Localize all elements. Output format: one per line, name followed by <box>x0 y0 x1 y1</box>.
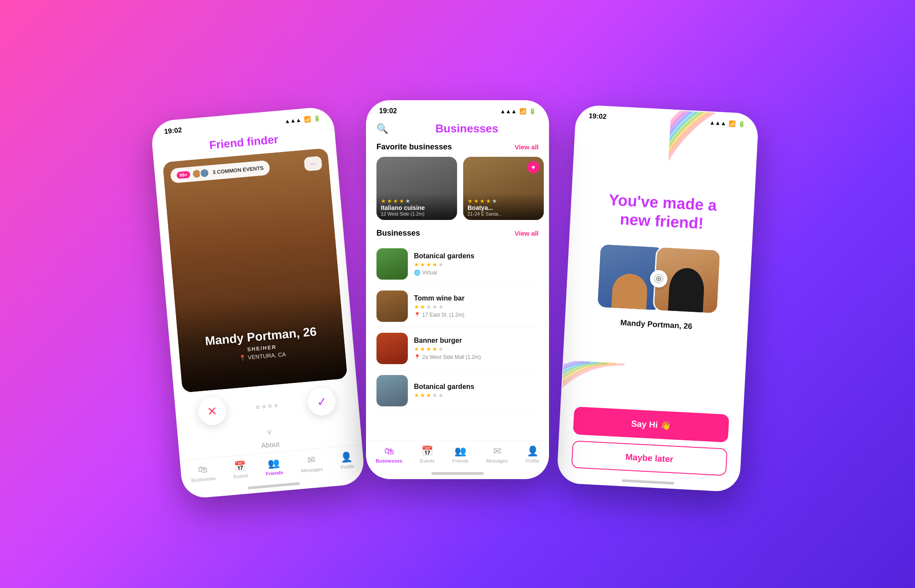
biz-info-3: Banner burger ★★★★★ 📍 2a West Side Mall … <box>414 337 539 360</box>
profile-card: 99+ 3 COMMON EVENTS ··· Mandy Portman, 2… <box>163 148 348 393</box>
nav-label-messages-left: Messages <box>301 466 323 473</box>
location-pin-icon: 📍 <box>239 355 246 362</box>
fav-card-2-stars: ★ ★ ★ ★ ★ <box>468 198 539 204</box>
biz-meta-1: 🌐 Virtual <box>414 270 539 276</box>
badge-text: 3 COMMON EVENTS <box>212 165 264 176</box>
biz-info-1: Botanical gardens ★★★★★ 🌐 Virtual <box>414 252 539 276</box>
biz-name-4: Botanical gardens <box>414 383 539 391</box>
dot-3 <box>268 404 272 408</box>
signal-icon-c: ▲▲▲ <box>500 108 517 115</box>
fav-card-1[interactable]: ★ ★ ★ ★ ★ Italiano cuisine 12 West Side … <box>376 157 457 220</box>
accept-button[interactable]: ✓ <box>306 386 336 416</box>
biz-stars-1: ★★★★★ <box>414 261 539 268</box>
nav-events-left[interactable]: 📅 Events <box>232 460 248 479</box>
businesses-icon-left: 🛍 <box>197 463 208 476</box>
location-pin-icon-3: 📍 <box>414 354 420 360</box>
view-all-businesses[interactable]: View all <box>515 230 539 237</box>
battery-icon: 🔋 <box>313 115 321 122</box>
nav-label-friends-left: Friends <box>266 470 284 476</box>
badge-avatars <box>193 168 210 179</box>
businesses-section-header: Businesses View all <box>367 229 548 243</box>
signal-icon-r: ▲▲▲ <box>709 119 726 126</box>
phone-left: 19:02 ▲▲▲ 📶 🔋 Friend finder 99+ <box>150 106 366 499</box>
events-icon-center: 📅 <box>421 446 433 457</box>
dots-indicator <box>256 404 278 409</box>
profile-icon-center: 👤 <box>527 446 539 457</box>
biz-thumb-2 <box>376 291 408 322</box>
fav-heart-icon: ♥ <box>527 161 539 173</box>
nav-label-events-center: Events <box>420 458 435 463</box>
biz-info-2: Tomm wine bar ★★★★★ 📍 17 East St. (1.2m) <box>414 294 539 318</box>
screen-left: 19:02 ▲▲▲ 📶 🔋 Friend finder 99+ <box>151 107 365 498</box>
biz-name-3: Banner burger <box>414 337 539 345</box>
nav-label-friends-center: Friends <box>452 458 468 463</box>
dot-4 <box>274 404 278 408</box>
dot-1 <box>256 406 260 409</box>
reject-button[interactable]: ✕ <box>197 396 227 426</box>
businesses-icon-center: 🛍 <box>384 446 394 457</box>
screen-right: 19:02 ▲▲▲ 📶 🔋 You've made a new friend! <box>557 105 758 492</box>
fav-card-1-name: Italiano cuisine <box>381 204 453 211</box>
nav-label-profile-left: Profile <box>340 463 354 470</box>
battery-icon-r: 🔋 <box>738 121 746 128</box>
biz-item-3[interactable]: Banner burger ★★★★★ 📍 2a West Side Mall … <box>376 328 539 370</box>
battery-icon-c: 🔋 <box>529 108 536 115</box>
fav-card-2[interactable]: ♥ ★ ★ ★ ★ ★ Boatya... 21-24 E Santa... <box>463 157 544 220</box>
fav-card-2-info: ★ ★ ★ ★ ★ Boatya... 21-24 E Santa... <box>463 193 544 220</box>
more-options-button[interactable]: ··· <box>304 156 322 171</box>
favorite-cards-scroll: ★ ★ ★ ★ ★ Italiano cuisine 12 West Side … <box>367 157 548 229</box>
nav-profile-center[interactable]: 👤 Profile <box>525 446 539 463</box>
time-left: 19:02 <box>164 126 182 135</box>
badge-count: 99+ <box>176 171 190 179</box>
biz-thumb-4 <box>376 375 408 406</box>
biz-meta-2: 📍 17 East St. (1.2m) <box>414 312 539 318</box>
status-bar-center: 19:02 ▲▲▲ 📶 🔋 <box>367 101 548 118</box>
status-icons-right: ▲▲▲ 📶 🔋 <box>709 119 746 127</box>
biz-item-4[interactable]: Botanical gardens ★★★★★ <box>376 370 539 412</box>
maybe-later-button[interactable]: Maybe later <box>571 440 728 476</box>
search-icon[interactable]: 🔍 <box>376 123 388 135</box>
messages-icon-left: ✉ <box>307 454 315 466</box>
biz-meta-3: 📍 2a West Side Mall (1.2m) <box>414 354 539 360</box>
fav-card-2-dist: 21-24 E Santa... <box>468 211 539 216</box>
nav-messages-left[interactable]: ✉ Messages <box>300 454 323 473</box>
nav-label-businesses-left: Businesses <box>191 476 216 483</box>
fav-card-1-dist: 12 West Side (1.2m) <box>381 211 453 216</box>
biz-info-4: Botanical gardens ★★★★★ <box>414 383 539 399</box>
match-content: You've made a new friend! Mandy Po <box>561 123 757 416</box>
phone-right: 19:02 ▲▲▲ 📶 🔋 You've made a new friend! <box>556 105 759 493</box>
match-person-name: Mandy Portman, 26 <box>620 318 692 331</box>
home-indicator-center <box>431 472 484 475</box>
biz-item-2[interactable]: Tomm wine bar ★★★★★ 📍 17 East St. (1.2m) <box>376 285 539 328</box>
fav-card-1-stars: ★ ★ ★ ★ ★ <box>381 198 453 204</box>
businesses-header: 🔍 Businesses <box>367 118 548 142</box>
businesses-title: Businesses <box>395 122 539 135</box>
nav-businesses-center[interactable]: 🛍 Businesses <box>376 446 402 463</box>
nav-friends-center[interactable]: 👥 Friends <box>452 446 468 463</box>
friends-icon-center: 👥 <box>454 446 466 457</box>
mini-avatar-2 <box>199 168 210 179</box>
location-pin-icon-2: 📍 <box>414 312 420 318</box>
biz-thumb-3 <box>376 333 408 364</box>
biz-item-1[interactable]: Botanical gardens ★★★★★ 🌐 Virtual <box>376 243 539 285</box>
match-photos <box>596 243 721 314</box>
nav-messages-center[interactable]: ✉ Messages <box>486 446 508 463</box>
biz-stars-3: ★★★★★ <box>414 346 539 352</box>
view-all-favorites[interactable]: View all <box>515 143 539 151</box>
friends-icon-left: 👥 <box>268 457 280 470</box>
nav-friends-left[interactable]: 👥 Friends <box>264 457 283 476</box>
wifi-icon: 📶 <box>304 115 311 122</box>
favorite-section-header: Favorite businesses View all <box>367 142 548 157</box>
events-icon-left: 📅 <box>234 460 246 473</box>
dot-2 <box>262 405 266 409</box>
signal-icon: ▲▲▲ <box>284 116 302 124</box>
nav-label-profile-center: Profile <box>525 458 539 463</box>
businesses-list: Botanical gardens ★★★★★ 🌐 Virtual Tomm w <box>367 243 548 440</box>
biz-stars-4: ★★★★★ <box>414 392 539 399</box>
nav-events-center[interactable]: 📅 Events <box>420 446 435 463</box>
favorite-section-title: Favorite businesses <box>376 142 452 152</box>
fav-card-2-name: Boatya... <box>468 204 539 211</box>
nav-businesses-left[interactable]: 🛍 Businesses <box>190 463 216 483</box>
nav-profile-left[interactable]: 👤 Profile <box>339 451 355 470</box>
status-icons-left: ▲▲▲ 📶 🔋 <box>284 115 321 124</box>
